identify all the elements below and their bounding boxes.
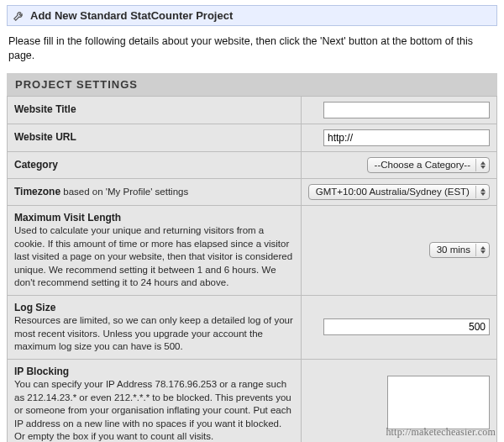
website-title-input[interactable] xyxy=(323,102,490,118)
log-size-label: Log Size xyxy=(14,302,55,313)
website-url-label: Website URL xyxy=(14,131,76,143)
chevron-updown-icon xyxy=(475,159,486,171)
chevron-updown-icon xyxy=(475,244,486,256)
ip-blocking-textarea[interactable] xyxy=(387,376,490,429)
row-website-url: Website URL xyxy=(8,124,497,151)
category-label: Category xyxy=(14,159,58,171)
max-visit-select[interactable]: 30 mins xyxy=(429,242,490,258)
log-size-input[interactable] xyxy=(323,318,490,335)
page-title: Add New Standard StatCounter Project xyxy=(30,9,233,22)
row-website-title: Website Title xyxy=(8,96,497,124)
timezone-label-prefix: Timezone xyxy=(14,186,60,197)
footer-url: http://maketecheasier.com xyxy=(386,426,496,439)
settings-table: Website Title Website URL Category --Cho… xyxy=(7,96,497,442)
section-header: PROJECT SETTINGS xyxy=(7,73,497,96)
row-max-visit: Maximum Visit Length Used to calculate y… xyxy=(8,205,497,295)
wrench-icon xyxy=(13,9,25,22)
page-header: Add New Standard StatCounter Project xyxy=(7,5,497,26)
log-size-desc: Resources are limited, so we can only ke… xyxy=(14,314,294,354)
max-visit-selected: 30 mins xyxy=(437,244,470,256)
category-selected: --Choose a Category-- xyxy=(375,159,470,171)
row-category: Category --Choose a Category-- xyxy=(8,151,497,178)
max-visit-label: Maximum Visit Length xyxy=(14,212,121,224)
ip-blocking-desc: You can specify your IP Address 78.176.9… xyxy=(14,378,294,442)
timezone-label-suffix: based on 'My Profile' settings xyxy=(60,187,188,197)
intro-text: Please fill in the following details abo… xyxy=(8,34,496,63)
ip-blocking-label: IP Blocking xyxy=(14,366,69,377)
chevron-updown-icon xyxy=(475,186,486,198)
row-log-size: Log Size Resources are limited, so we ca… xyxy=(8,295,497,359)
website-url-input[interactable] xyxy=(323,129,490,146)
row-timezone: Timezone based on 'My Profile' settings … xyxy=(8,178,497,205)
website-title-label: Website Title xyxy=(14,103,76,115)
max-visit-desc: Used to calculate your unique and return… xyxy=(14,224,294,290)
timezone-select[interactable]: GMT+10:00 Australia/Sydney (EST) xyxy=(308,184,490,200)
timezone-selected: GMT+10:00 Australia/Sydney (EST) xyxy=(316,186,470,198)
category-select[interactable]: --Choose a Category-- xyxy=(367,157,490,173)
